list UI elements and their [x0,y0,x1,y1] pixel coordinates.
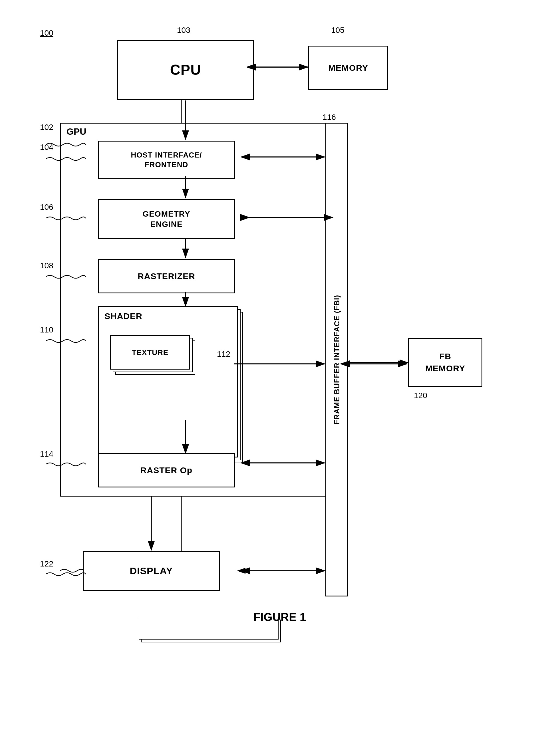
figure-caption: FIGURE 1 [194,611,365,624]
fb-memory-box: FB MEMORY [408,338,482,387]
cpu-box: CPU [117,40,254,100]
cpu-label: CPU [170,62,201,78]
ref-105: 105 [331,26,345,35]
rasterizer-label: RASTERIZER [138,271,195,281]
host-interface-label: HOST INTERFACE/ FRONTEND [131,150,202,170]
memory-box: MEMORY [308,46,388,90]
display-box: DISPLAY [83,551,220,591]
raster-op-box: RASTER Op [98,453,235,487]
ref-108: 108 [40,261,53,270]
memory-label: MEMORY [328,63,368,73]
ref-114: 114 [40,449,53,459]
gpu-container: GPU HOST INTERFACE/ FRONTEND GEOMETRY EN… [60,123,331,497]
rasterizer-box: RASTERIZER [98,259,235,293]
ref-112: 112 [217,350,230,359]
fb-memory-label: FB MEMORY [425,350,465,374]
display-label: DISPLAY [130,565,173,576]
ref-104: 104 [40,143,53,152]
texture-box: TEXTURE [110,335,190,370]
geometry-engine-label: GEOMETRY ENGINE [142,209,190,230]
fbi-label: FRAME BUFFER INTERFACE (FBI) [333,295,341,424]
ref-103: 103 [177,26,190,35]
host-interface-box: HOST INTERFACE/ FRONTEND [98,141,235,179]
shader-box: SHADER TEXTURE [98,306,238,457]
ref-106: 106 [40,203,53,212]
gpu-label: GPU [67,126,86,137]
raster-op-label: RASTER Op [140,465,192,475]
ref-100: 100 [40,29,53,38]
ref-110: 110 [40,325,53,334]
texture-label: TEXTURE [132,348,168,357]
geometry-engine-box: GEOMETRY ENGINE [98,199,235,239]
ref-120: 120 [414,391,427,400]
shader-label: SHADER [104,311,142,321]
ref-102: 102 [40,123,53,132]
ref-116: 116 [323,113,336,122]
ref-122: 122 [40,559,53,568]
diagram-container: 100 103 105 CPU MEMORY GPU HOST INTERFAC… [23,11,537,711]
fbi-box: FRAME BUFFER INTERFACE (FBI) [325,123,348,596]
